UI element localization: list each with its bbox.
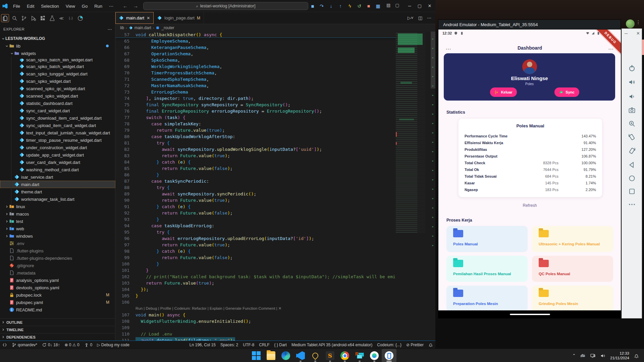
appbar-menu-right[interactable]: ... (608, 45, 614, 51)
vscode-icon[interactable] (293, 349, 308, 362)
tree-item-macos[interactable]: macos (0, 210, 115, 218)
pause-icon[interactable]: ▮▮ (309, 4, 315, 8)
close-icon[interactable]: ✕ (147, 16, 150, 20)
minimap[interactable] (396, 32, 431, 233)
code-line-94[interactable]: 94 case taskUploadErrorLog: (115, 223, 396, 229)
statusbar-right-item-7[interactable]: ⊘ Prettier (404, 341, 426, 349)
file-explorer-icon[interactable] (264, 349, 278, 362)
proses-card-preparation-poles-mesin[interactable]: Preparation Poles Mesin (446, 286, 528, 312)
layout-toggle-icon-2[interactable]: ▢ (395, 3, 399, 8)
activity-extensions-icon[interactable] (39, 14, 47, 22)
code-line-87[interactable]: 87 case taskSyncPeriodic: (115, 178, 396, 184)
statusbar-right-item-0[interactable]: Ln 196, Col 15 (187, 341, 218, 349)
code-line-76[interactable]: 76 final ErrorLogRepository errorLogRepo… (115, 108, 396, 114)
code-line-78[interactable]: 78 case simpleTaskKey: (115, 121, 396, 127)
tree-item-devtools-options-yaml[interactable]: devtools_options.yaml (0, 284, 115, 291)
code-line-97[interactable]: 97 return Future.value(true); (115, 242, 396, 248)
onedrive-icon[interactable] (580, 353, 586, 359)
code-line-67[interactable]: 67 OperationSchema, (115, 51, 396, 57)
statusbar-right-item-5[interactable]: Medium Tablet API 35 (android-x64 emulat… (289, 341, 375, 349)
emu-volume-down-icon[interactable] (628, 93, 636, 101)
statusbar-right-item-4[interactable]: { } Dart (272, 341, 289, 349)
tree-item-windows[interactable]: windows (0, 232, 115, 240)
code-line-73[interactable]: 73 ErrorLogSchema (115, 89, 396, 95)
code-line-85[interactable]: 85 return Future.value(false); (115, 165, 396, 172)
code-line-105[interactable]: 105} (115, 293, 396, 299)
code-line-86[interactable]: 86 } (115, 172, 396, 178)
emu-rotate-right-icon[interactable] (628, 147, 636, 155)
activity-files-icon[interactable] (1, 14, 9, 22)
step-into-icon[interactable]: ↓ (328, 3, 334, 9)
code-line-77[interactable]: 77 switch (task) { (115, 114, 396, 121)
statusbar-right-item-6[interactable]: Codeium: {...} (375, 341, 404, 349)
statusbar-item-tower[interactable]: 0 (82, 341, 95, 349)
menu-[interactable]: ⋯ (106, 3, 116, 10)
statusbar-item-text-5[interactable]: ▷ Debug my code (95, 341, 132, 349)
layout-toggle-icon-1[interactable]: ▤ (386, 3, 390, 8)
code-line-69[interactable]: 69 WorklogWorkingSingleSchema, (115, 63, 396, 70)
inspector-icon[interactable]: ▦ (375, 3, 381, 9)
code-line-98[interactable]: 98 } catch (e) { (115, 248, 396, 254)
code-line-65[interactable]: 65 EmployeeSchema, (115, 38, 396, 44)
tree-item--metadata[interactable]: .metadata (0, 269, 115, 277)
codelens-actions[interactable]: Run | Debug | Profile | Codeium: Refacto… (136, 305, 281, 312)
emulator-close-button[interactable]: ✕ (636, 31, 640, 36)
menu-selection[interactable]: Selection (38, 3, 62, 10)
keluar-button[interactable]: Keluar (490, 87, 517, 97)
code-line-84[interactable]: 84 } catch (e) { (115, 159, 396, 165)
emulator-minimize-button[interactable]: ─ (625, 31, 628, 36)
code-line-75[interactable]: 75 final SyncRepository syncRepository =… (115, 102, 396, 108)
proses-card-pemilahan-hasil-proses-manual[interactable]: Pemilahan Hasil Proses Manual (446, 256, 528, 282)
panel-timeline[interactable]: TIMELINE (0, 326, 115, 333)
tab-login-page-dart[interactable]: login_page.dartM (154, 12, 204, 24)
android-studio-icon[interactable] (367, 349, 382, 362)
panel-dependencies[interactable]: DEPENDENCIES (0, 333, 115, 341)
code-line-101[interactable]: 101 } (115, 267, 396, 274)
code-line-110[interactable]: 110 // Load .env (115, 331, 396, 337)
emu-home-icon[interactable] (628, 174, 636, 182)
tree-item-main-dart[interactable]: main.dart (0, 181, 115, 188)
tree-item-scan-spko-tunggal-widget-dart[interactable]: scan_spko_tunggal_widget.dart (0, 70, 115, 77)
emu-camera-icon[interactable] (628, 106, 636, 114)
run-file-button[interactable]: ▷˅ (408, 15, 414, 20)
code-line-74[interactable]: 74 ], inspector: true, directory: dir.pa… (115, 95, 396, 102)
tree-item-theme-dart[interactable]: theme.dart (0, 188, 115, 195)
code-line-68[interactable]: 68 SpkoSchema, (115, 57, 396, 63)
activity-references-icon[interactable]: ≪ (57, 14, 65, 22)
tree-item-scan-spko-batch-lilin-widget-dart[interactable]: scan_spko_batch_lilin_widget.dart (0, 57, 115, 63)
emu-rotate-left-icon[interactable] (628, 133, 636, 141)
code-line-82[interactable]: 82 await syncRepository.uploadWorklogSin… (115, 146, 396, 153)
remote-desktop-icon[interactable]: R (352, 349, 367, 362)
code-line-103[interactable]: 103 return Future.value(true); (115, 280, 396, 286)
code-line-109[interactable]: 109 (115, 324, 396, 331)
code-line-100[interactable]: 100 } (115, 261, 396, 267)
emulator-titlebar[interactable]: Android Emulator - Medium_Tablet_API_35:… (438, 19, 621, 29)
code-line-57[interactable]: 57void callbackDispatcher() async { (115, 32, 396, 38)
tab-main-dart[interactable]: main.dart✕ (115, 12, 154, 24)
back-arrow-icon[interactable]: ← (123, 3, 128, 9)
tree-item-scan-spko-batch-widget-dart[interactable]: scan_spko_batch_widget.dart (0, 63, 115, 70)
code-line-70[interactable]: 70 TimerProgressBatchSchema, (115, 70, 396, 76)
statusbar-item-branch[interactable]: qomardev* (9, 341, 40, 349)
tree-item--gitignore[interactable]: .gitignore (0, 262, 115, 269)
code-line-102[interactable]: 102 // print("Native called background t… (115, 274, 396, 280)
tree-item-test[interactable]: test (0, 218, 115, 225)
breadcrumb-item[interactable]: _router (161, 25, 174, 30)
activity-source-control-icon[interactable] (20, 14, 28, 22)
tree-item--flutter-plugins-dependencies[interactable]: .flutter-plugins-dependencies (0, 254, 115, 262)
statusbar-right-item-1[interactable]: Spaces: 2 (218, 341, 240, 349)
step-over-icon[interactable]: ↷ (319, 3, 325, 9)
activity-search-icon[interactable] (10, 14, 18, 22)
notifications-bell-icon[interactable] (634, 353, 639, 359)
sync-button[interactable]: Sync (554, 87, 579, 97)
maximize-button[interactable]: ▢ (415, 0, 425, 12)
breadcrumb[interactable]: lib›main.dart›_router (115, 24, 435, 32)
tree-item-sync-upload-item-card-widget-dart[interactable]: sync_upload_item_card_widget.dart (0, 122, 115, 129)
code-line-89[interactable]: 89 await syncRepository.syncPeriodic(); (115, 191, 396, 197)
tree-item-workmanager-task-list-dart[interactable]: workmanager_task_list.dart (0, 195, 115, 203)
proses-card-grinding-poles-mesin[interactable]: Grinding Poles Mesin (532, 286, 613, 312)
breadcrumb-item[interactable]: lib (120, 25, 124, 30)
code-lines[interactable]: 57void callbackDispatcher() async {65 Em… (115, 32, 396, 341)
tree-item-pubspec-yaml[interactable]: pubspec.yamlM (0, 299, 115, 306)
tree-item-under-construction-widget-dart[interactable]: under_construction_widget.dart (0, 144, 115, 151)
